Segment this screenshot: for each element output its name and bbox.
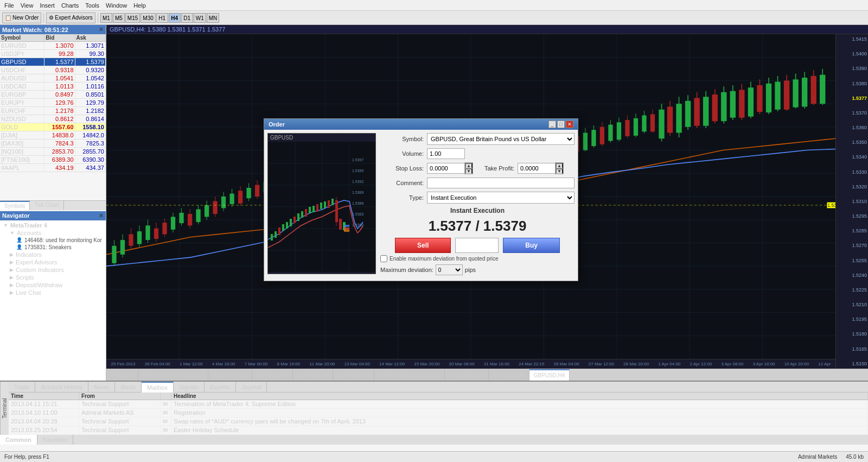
market-watch-row[interactable]: GOLD 1557.60 1558.10 bbox=[0, 123, 106, 131]
term-tab-experts[interactable]: Experts bbox=[205, 382, 236, 393]
type-select[interactable]: Instant Execution bbox=[427, 192, 575, 204]
market-watch-row[interactable]: [DJIA] 14838.0 14842.0 bbox=[0, 131, 106, 140]
market-watch-row[interactable]: EURUSD 1.3070 1.3071 bbox=[0, 42, 106, 50]
takeprofit-up[interactable]: ▲ bbox=[556, 163, 563, 168]
market-watch-row[interactable]: EURCHF 1.2178 1.2182 bbox=[0, 107, 106, 115]
comment-input[interactable] bbox=[427, 178, 575, 188]
favorites-tab[interactable]: Favorites bbox=[37, 435, 73, 445]
buy-button[interactable]: Buy bbox=[503, 238, 560, 253]
chart-tab-gbpusd-h4-2[interactable]: GBPUSD,H4 bbox=[529, 369, 570, 381]
tf-h1[interactable]: H1 bbox=[156, 13, 168, 23]
volume-row: Volume: bbox=[380, 148, 575, 159]
mw-bid: 99.28 bbox=[44, 50, 75, 58]
mw-ask: 129.79 bbox=[75, 99, 106, 106]
chart-tab-trade[interactable]: Trade terminal bbox=[208, 369, 252, 381]
tf-h4[interactable]: H4 bbox=[169, 13, 181, 23]
tf-w1[interactable]: W1 bbox=[194, 13, 206, 23]
takeprofit-down[interactable]: ▼ bbox=[556, 168, 563, 174]
navigator-close[interactable]: ✕ bbox=[99, 212, 104, 219]
svg-rect-210 bbox=[271, 234, 273, 241]
navigator-item[interactable]: ▼Accounts bbox=[1, 229, 105, 237]
mw-tab-tick[interactable]: Tick Chart bbox=[30, 201, 63, 210]
sell-button[interactable]: Sell bbox=[395, 238, 451, 253]
navigator-item[interactable]: ▶Live Chat bbox=[1, 289, 105, 296]
term-tab-alerts[interactable]: Alerts bbox=[115, 382, 142, 393]
mailbox-row-1[interactable]: 2013.04.11 15:21 Technical Support ✉ Ter… bbox=[9, 400, 868, 409]
navigator-item[interactable]: 👤1735831: Sneakers bbox=[1, 244, 105, 251]
stoploss-input[interactable] bbox=[427, 163, 465, 174]
market-watch-row[interactable]: USDJPY 99.28 99.30 bbox=[0, 50, 106, 58]
chart-tab-adm1[interactable]: Admiral Markets Connect bbox=[138, 369, 208, 381]
menu-file[interactable]: File bbox=[4, 2, 14, 9]
market-watch-row[interactable]: #AAPL 434.19 434.37 bbox=[0, 164, 106, 172]
term-tab-signals[interactable]: Signals bbox=[174, 382, 205, 393]
tf-m15[interactable]: M15 bbox=[125, 13, 140, 23]
dialog-restore-button[interactable]: □ bbox=[557, 121, 565, 128]
market-watch-row[interactable]: GBPUSD 1.5377 1.5379 bbox=[0, 58, 106, 66]
new-order-button[interactable]: 📋 New Order bbox=[2, 12, 41, 23]
common-tab[interactable]: Common bbox=[0, 435, 37, 445]
tf-m30[interactable]: M30 bbox=[141, 13, 155, 23]
time-21: 10 Apr 20:00 bbox=[784, 362, 809, 366]
takeprofit-input[interactable] bbox=[518, 163, 556, 174]
mw-tab-symbols[interactable]: Symbols bbox=[0, 201, 30, 210]
svg-text:1.5392: 1.5392 bbox=[352, 180, 364, 183]
term-tab-journal[interactable]: Journal bbox=[236, 382, 267, 393]
tf-mn[interactable]: MN bbox=[207, 13, 220, 23]
market-watch-row[interactable]: EURGBP 0.8497 0.8501 bbox=[0, 91, 106, 99]
chart-tab-adm2[interactable]: Admiral Markets Connect bbox=[374, 369, 444, 381]
mailbox-row-3[interactable]: 2013.04.04 20:28 Technical Support ✉ Swa… bbox=[9, 417, 868, 426]
sell-price-input[interactable] bbox=[455, 238, 499, 253]
tf-d1[interactable]: D1 bbox=[181, 13, 193, 23]
tf-m5[interactable]: M5 bbox=[113, 13, 125, 23]
menu-help[interactable]: Help bbox=[133, 2, 146, 9]
navigator-item[interactable]: ▼MetaTrader 4 bbox=[1, 221, 105, 229]
mw-ask: 6390.30 bbox=[75, 156, 106, 163]
chart-tab-eurusd-h4-2[interactable]: EURUSD,H4 bbox=[489, 369, 529, 381]
market-watch-row[interactable]: NZDUSD 0.8612 0.8614 bbox=[0, 115, 106, 123]
navigator-item[interactable]: ▶Indicators bbox=[1, 251, 105, 258]
navigator-item[interactable]: ▶Scripts bbox=[1, 274, 105, 281]
expert-advisors-button[interactable]: ⚙ Expert Advisors bbox=[46, 12, 95, 23]
navigator-item[interactable]: 👤146468: used for monitoring Kor bbox=[1, 237, 105, 244]
symbol-select[interactable]: GBPUSD, Great Britain Pound vs US Dollar bbox=[427, 133, 575, 145]
chart-tab-trade2[interactable]: Trade terminal bbox=[445, 369, 489, 381]
navigator-item[interactable]: ▶Custom Indicators bbox=[1, 266, 105, 274]
chart-tab-eurusd-h4[interactable]: EURUSD,H4 bbox=[252, 369, 293, 381]
market-watch-row[interactable]: EURJPY 129.76 129.79 bbox=[0, 99, 106, 107]
volume-input[interactable] bbox=[427, 148, 465, 159]
tf-m1[interactable]: M1 bbox=[100, 13, 112, 23]
market-watch-row[interactable]: USDCAD 1.0113 1.0116 bbox=[0, 83, 106, 91]
navigator-item[interactable]: ▶Expert Advisors bbox=[1, 258, 105, 266]
mailbox-row-2[interactable]: 2013.04.10 11:00 Admiral Markets AS ✉ Re… bbox=[9, 409, 868, 417]
market-watch-row[interactable]: USDCHF 0.9318 0.9320 bbox=[0, 66, 106, 74]
menu-charts[interactable]: Charts bbox=[61, 2, 79, 9]
term-tab-account[interactable]: Account History bbox=[35, 382, 88, 393]
chart-tab-eurusd-m1[interactable]: EURUSD,M1 bbox=[333, 369, 374, 381]
dialog-close-button[interactable]: ✕ bbox=[566, 121, 573, 128]
nav-icon: ▶ bbox=[10, 267, 14, 273]
market-watch-close[interactable]: ✕ bbox=[99, 26, 104, 33]
time-6: 8 Mar 16:00 bbox=[277, 362, 301, 366]
chart-tab-gbpusd-h4[interactable]: GBPUSD,H4 bbox=[293, 369, 334, 381]
market-watch-row[interactable]: [DAX30] 7824.3 7825.3 bbox=[0, 140, 106, 148]
term-tab-mailbox[interactable]: Mailbox bbox=[142, 382, 174, 393]
menu-view[interactable]: View bbox=[21, 2, 34, 9]
menu-insert[interactable]: Insert bbox=[40, 2, 55, 9]
dialog-minimize-button[interactable]: _ bbox=[548, 121, 556, 128]
stoploss-down[interactable]: ▼ bbox=[465, 168, 473, 174]
menu-window[interactable]: Window bbox=[106, 2, 127, 9]
chart-tab-welcome[interactable]: Welcome bbox=[106, 369, 138, 381]
term-tab-news[interactable]: News bbox=[88, 382, 115, 393]
navigator-item[interactable]: ▶Deposit/Withdraw bbox=[1, 281, 105, 289]
market-watch-row[interactable]: [FTSE100] 6389.30 6390.30 bbox=[0, 156, 106, 164]
mailbox-row-4[interactable]: 2013.03.25 20:54 Technical Support ✉ Eas… bbox=[9, 426, 868, 435]
market-watch-row[interactable]: [NQ100] 2853.70 2855.70 bbox=[0, 148, 106, 156]
market-watch-row[interactable]: AUDUSD 1.0541 1.0542 bbox=[0, 74, 106, 83]
stoploss-up[interactable]: ▲ bbox=[465, 163, 473, 168]
menu-tools[interactable]: Tools bbox=[85, 2, 99, 9]
term-tab-trade[interactable]: Trade bbox=[9, 382, 35, 393]
deviation-select[interactable]: 0 bbox=[436, 264, 463, 275]
deviation-checkbox[interactable] bbox=[380, 255, 387, 262]
mw-ask: 1.3071 bbox=[75, 42, 106, 49]
